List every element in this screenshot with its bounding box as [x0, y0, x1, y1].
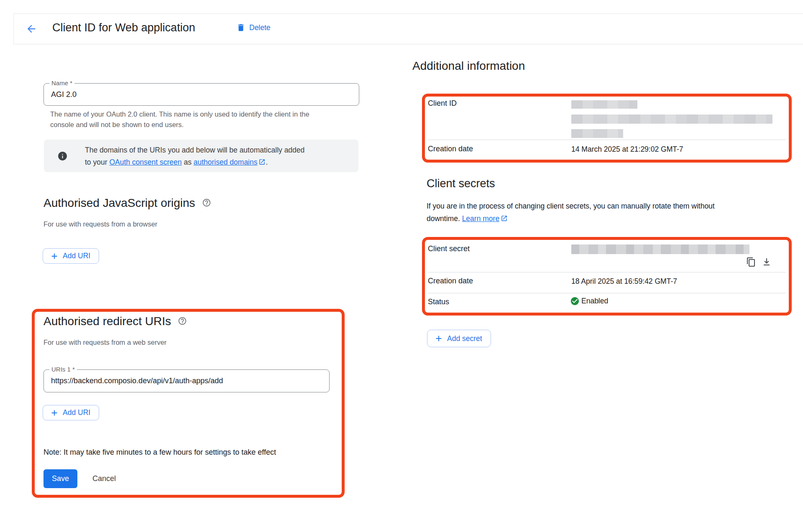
name-field: Name * [43, 83, 359, 106]
uri-input[interactable] [44, 370, 329, 392]
trash-icon [236, 23, 246, 32]
save-button[interactable]: Save [43, 469, 77, 488]
oauth-consent-screen-link[interactable]: OAuth consent screen [109, 158, 182, 166]
add-secret-button[interactable]: Add secret [427, 330, 491, 347]
page-header: Client ID for Web application Delete [13, 13, 803, 44]
back-button[interactable] [26, 23, 37, 35]
add-uri-button-js-origins[interactable]: Add URI [43, 248, 99, 264]
divider [428, 293, 786, 293]
js-origins-heading: Authorised JavaScript origins [43, 196, 211, 210]
info-icon [57, 151, 68, 161]
js-origins-subtitle: For use with requests from a browser [43, 220, 157, 228]
client-id-label: Client ID [428, 99, 457, 108]
plus-icon [434, 334, 443, 343]
status-badge: Enabled [570, 296, 608, 306]
redirect-uris-subtitle: For use with requests from a web server [43, 339, 166, 346]
page-title: Client ID for Web application [52, 21, 195, 34]
download-secret-button[interactable] [761, 257, 772, 268]
help-icon[interactable] [178, 315, 187, 324]
oauth-client-page: Client ID for Web application Delete Nam… [0, 0, 803, 532]
add-uri-button-redirect[interactable]: Add URI [43, 405, 99, 420]
copy-secret-button[interactable] [746, 257, 757, 268]
annotation-box-redirect-uris [32, 309, 345, 498]
help-icon[interactable] [202, 197, 211, 206]
redacted-client-id-line3 [571, 129, 623, 138]
cancel-button[interactable]: Cancel [89, 469, 119, 488]
back-arrow-icon [26, 23, 37, 35]
name-input[interactable] [44, 84, 359, 105]
external-link-icon [258, 158, 266, 165]
uri-field: URIs 1 * [43, 369, 330, 392]
redirect-uris-heading: Authorised redirect URIs [43, 315, 187, 328]
info-banner-text: The domains of the URIs you add below wi… [85, 144, 304, 168]
client-secrets-heading: Client secrets [427, 177, 495, 190]
external-link-icon [501, 215, 508, 222]
redacted-client-id-line1 [571, 100, 637, 109]
delete-button[interactable]: Delete [234, 21, 273, 34]
check-circle-icon [570, 296, 580, 306]
settings-note: Note: It may take five minutes to a few … [43, 448, 276, 457]
divider [428, 140, 786, 140]
creation-date-value: 14 March 2025 at 21:29:02 GMT-7 [571, 145, 683, 154]
learn-more-link[interactable]: Learn more [462, 214, 500, 223]
client-secrets-description: If you are in the process of changing cl… [427, 200, 715, 225]
status-value: Enabled [581, 297, 608, 305]
redacted-client-id-line2 [571, 115, 772, 124]
redacted-client-secret-value [571, 244, 749, 254]
authorised-domains-link[interactable]: authorised domains [194, 158, 258, 166]
name-helper-text: The name of your OAuth 2.0 client. This … [50, 109, 309, 130]
copy-icon [746, 257, 756, 267]
secret-creation-date-label: Creation date [428, 277, 473, 285]
status-label: Status [428, 298, 449, 306]
client-secret-label: Client secret [428, 244, 470, 253]
plus-icon [50, 252, 59, 261]
creation-date-label: Creation date [428, 145, 473, 153]
secret-creation-date-value: 18 April 2025 at 16:59:42 GMT-7 [571, 277, 677, 286]
additional-information-heading: Additional information [412, 59, 525, 73]
delete-label: Delete [249, 23, 271, 32]
download-icon [762, 257, 772, 267]
divider [428, 272, 786, 272]
plus-icon [50, 408, 59, 417]
info-banner: The domains of the URIs you add below wi… [44, 140, 358, 172]
